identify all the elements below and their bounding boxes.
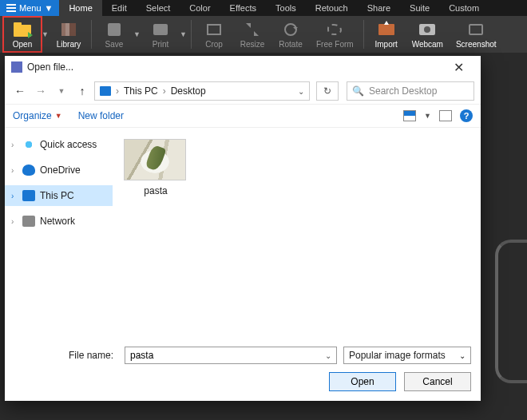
- webcam-label: Webcam: [412, 40, 443, 49]
- address-dropdown[interactable]: ⌄: [298, 87, 304, 96]
- view-mode-button[interactable]: [403, 110, 416, 121]
- rotate-icon: [284, 23, 297, 36]
- file-thumbnail: [124, 139, 186, 180]
- print-dropdown[interactable]: ▼: [180, 30, 188, 38]
- tree-label: Quick access: [40, 139, 97, 150]
- tree-label: OneDrive: [40, 164, 81, 176]
- tree-quick-access[interactable]: › Quick access: [5, 134, 113, 155]
- tree-this-pc[interactable]: › This PC: [5, 185, 113, 206]
- star-icon: [22, 139, 35, 150]
- freeform-button[interactable]: Free Form: [310, 17, 360, 52]
- organize-menu[interactable]: Organize ▼: [13, 110, 62, 121]
- separator: [91, 20, 92, 49]
- freeform-label: Free Form: [316, 40, 354, 49]
- screenshot-button[interactable]: Screenshot: [450, 17, 503, 52]
- chevron-down-icon: ▼: [55, 112, 62, 120]
- print-button[interactable]: Print: [141, 17, 180, 52]
- filename-combo[interactable]: ⌄: [125, 347, 337, 364]
- chevron-down-icon: ▼: [45, 3, 53, 13]
- crop-label: Crop: [205, 40, 223, 49]
- rotate-button[interactable]: Rotate: [271, 17, 310, 52]
- chevron-down-icon[interactable]: ⌄: [325, 351, 331, 360]
- import-button[interactable]: Import: [367, 17, 406, 52]
- library-label: Library: [57, 40, 81, 49]
- pc-icon: [100, 86, 111, 96]
- import-icon: [378, 24, 394, 35]
- freeform-icon: [327, 24, 342, 35]
- rotate-label: Rotate: [279, 40, 302, 49]
- nav-tree: › Quick access › OneDrive › This PC › Ne…: [5, 128, 113, 340]
- webcam-icon: [419, 24, 435, 35]
- up-button[interactable]: ↑: [73, 82, 91, 100]
- tab-home[interactable]: Home: [59, 0, 101, 16]
- refresh-button[interactable]: ↻: [316, 81, 339, 101]
- recent-dropdown[interactable]: ▼: [53, 82, 70, 100]
- crop-button[interactable]: Crop: [195, 17, 233, 52]
- tab-color[interactable]: Color: [180, 0, 220, 16]
- save-button[interactable]: Save: [95, 17, 133, 52]
- cloud-icon: [22, 164, 35, 176]
- screenshot-icon: [469, 24, 483, 35]
- tree-label: This PC: [40, 190, 74, 201]
- print-icon: [153, 24, 168, 35]
- chevron-down-icon[interactable]: ▼: [424, 112, 431, 120]
- tab-select[interactable]: Select: [137, 0, 180, 16]
- chevron-right-icon: ›: [11, 141, 18, 149]
- pc-icon: [22, 190, 35, 201]
- tab-effects[interactable]: Effects: [220, 0, 266, 16]
- tree-onedrive[interactable]: › OneDrive: [5, 160, 113, 180]
- save-dropdown[interactable]: ▼: [133, 30, 141, 38]
- print-label: Print: [153, 40, 169, 49]
- cancel-button[interactable]: Cancel: [404, 372, 471, 391]
- webcam-button[interactable]: Webcam: [406, 17, 450, 52]
- folder-open-icon: [14, 22, 31, 37]
- tab-share[interactable]: Share: [358, 0, 400, 16]
- tab-suite[interactable]: Suite: [400, 0, 439, 16]
- help-button[interactable]: ?: [460, 109, 473, 122]
- tab-custom[interactable]: Custom: [439, 0, 489, 16]
- open-button[interactable]: Open: [3, 17, 42, 52]
- open-label: Open: [13, 40, 32, 49]
- tab-edit[interactable]: Edit: [102, 0, 137, 16]
- breadcrumb-sep: ›: [116, 85, 119, 97]
- open-button[interactable]: Open: [329, 372, 396, 391]
- dialog-title: Open file...: [27, 61, 73, 73]
- resize-button[interactable]: Resize: [233, 17, 271, 52]
- tree-network[interactable]: › Network: [5, 211, 113, 232]
- new-folder-button[interactable]: New folder: [78, 110, 124, 121]
- chevron-right-icon: ›: [11, 192, 18, 200]
- address-bar[interactable]: › This PC › Desktop ⌄: [94, 81, 310, 101]
- breadcrumb-root[interactable]: This PC: [124, 85, 158, 97]
- breadcrumb-sep: ›: [163, 85, 166, 97]
- tab-tools[interactable]: Tools: [266, 0, 306, 16]
- crop-icon: [207, 24, 221, 35]
- preview-pane-button[interactable]: [439, 110, 452, 121]
- file-pane[interactable]: pasta: [113, 128, 481, 340]
- library-button[interactable]: Library: [50, 17, 88, 52]
- file-item-pasta[interactable]: pasta: [124, 139, 188, 196]
- chevron-right-icon: ›: [11, 166, 18, 175]
- breadcrumb-folder[interactable]: Desktop: [171, 85, 206, 97]
- close-button[interactable]: ✕: [442, 60, 474, 75]
- filename-input[interactable]: [130, 350, 325, 361]
- resize-label: Resize: [240, 40, 265, 49]
- menu-button[interactable]: Menu ▼: [0, 0, 59, 16]
- forward-button[interactable]: →: [32, 82, 50, 100]
- filetype-filter[interactable]: Popular image formats ⌄: [343, 347, 471, 364]
- tab-retouch[interactable]: Retouch: [306, 0, 358, 16]
- open-dropdown[interactable]: ▼: [42, 30, 50, 38]
- search-icon: 🔍: [352, 85, 364, 97]
- search-box[interactable]: 🔍 Search Desktop: [347, 81, 474, 101]
- hamburger-icon: [6, 4, 16, 12]
- dialog-footer: File name: ⌄ Popular image formats ⌄ Ope…: [5, 340, 481, 401]
- open-file-dialog: Open file... ✕ ← → ▼ ↑ › This PC › Deskt…: [5, 56, 481, 401]
- app-menubar: Menu ▼ Home Edit Select Color Effects To…: [0, 0, 527, 16]
- dialog-toolbar: Organize ▼ New folder ▼ ?: [5, 104, 481, 128]
- separator: [363, 20, 364, 49]
- search-placeholder: Search Desktop: [369, 85, 437, 97]
- network-icon: [22, 216, 35, 227]
- back-button[interactable]: ←: [11, 82, 29, 100]
- filename-label: File name:: [14, 350, 118, 361]
- save-label: Save: [105, 40, 124, 49]
- resize-icon: [246, 23, 259, 36]
